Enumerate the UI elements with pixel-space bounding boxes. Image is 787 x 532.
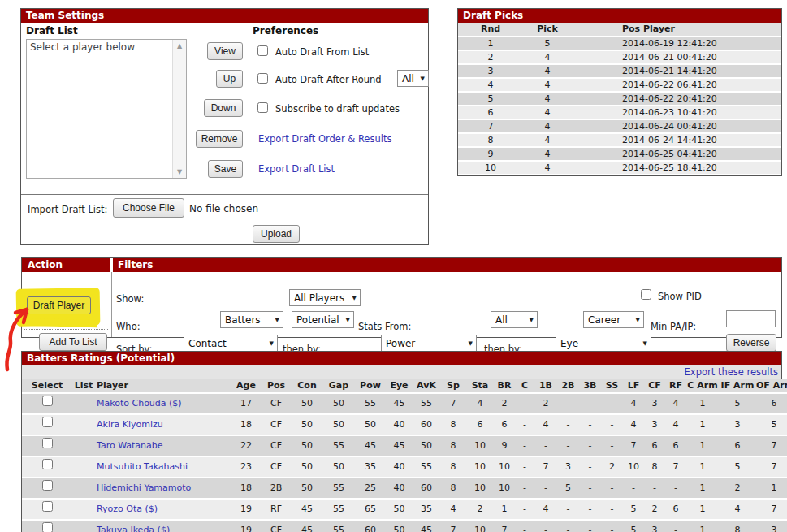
batters-col-header: List <box>72 379 95 393</box>
stat-cell: CF <box>261 520 292 532</box>
auto-draft-from-list-checkbox[interactable] <box>257 45 268 56</box>
upload-button[interactable]: Upload <box>253 225 300 243</box>
save-button[interactable]: Save <box>208 160 243 178</box>
stats-scope-select[interactable]: Career ▼ <box>583 311 644 328</box>
stat-cell: 1 <box>686 499 719 520</box>
select-player-checkbox[interactable] <box>42 459 53 469</box>
stat-cell: - <box>515 393 534 414</box>
draft-picks-table: Rnd Pick Pos Player 152014-06-19 12:41:2… <box>458 23 781 175</box>
batters-col-header: 3B <box>579 379 601 393</box>
stat-cell: 55 <box>355 393 386 414</box>
who-select[interactable]: Batters ▼ <box>220 311 283 328</box>
export-results-link[interactable]: Export these results <box>685 366 778 378</box>
scroll-down-icon[interactable]: ▼ <box>177 168 182 175</box>
draft-list-placeholder: Select a player below <box>27 40 186 54</box>
stat-cell: 45 <box>355 435 386 456</box>
auto-draft-from-list-label: Auto Draft From List <box>275 46 369 58</box>
player-link[interactable]: Hidemichi Yamamoto <box>97 482 191 493</box>
draft-pick-row: 1042014-06-25 18:41:20 <box>458 161 781 175</box>
stat-cell: 17 <box>231 393 261 414</box>
player-link[interactable]: Taro Watanabe <box>97 440 163 451</box>
player-cell: Ryozo Ota ($) <box>95 499 231 520</box>
stat-cell: 23 <box>231 456 261 478</box>
draft-pick-row: 742014-06-24 00:41:20 <box>458 119 781 133</box>
remove-button[interactable]: Remove <box>196 130 243 148</box>
player-link[interactable]: Mutsuhito Takahashi <box>97 461 188 472</box>
rnd-cell: 4 <box>458 78 523 92</box>
choose-file-button[interactable]: Choose File <box>113 198 184 218</box>
sort-by-select[interactable]: Contact ▼ <box>184 335 278 352</box>
show-pid-checkbox[interactable] <box>641 289 651 300</box>
stat-cell: 2 <box>494 393 515 414</box>
stat-cell: 2 <box>466 499 494 520</box>
select-player-checkbox[interactable] <box>42 438 53 448</box>
player-link[interactable]: Makoto Chouda ($) <box>97 398 182 409</box>
down-button[interactable]: Down <box>204 99 243 117</box>
add-to-list-button[interactable]: Add To List <box>39 333 107 351</box>
player-link[interactable]: Takuya Ikeda ($) <box>97 525 170 532</box>
then-by-select-2[interactable]: Eye ▼ <box>556 335 651 352</box>
list-cell <box>72 520 95 532</box>
stats-from-select[interactable]: All ▼ <box>491 311 538 328</box>
reverse-button[interactable]: Reverse <box>726 334 776 352</box>
stat-cell: - <box>579 478 601 499</box>
min-pa-ip-input[interactable] <box>726 310 776 327</box>
pick-cell: 4 <box>523 106 572 119</box>
select-player-checkbox[interactable] <box>42 396 53 406</box>
view-button[interactable]: View <box>207 42 243 60</box>
subscribe-updates-checkbox[interactable] <box>257 102 268 113</box>
stat-cell: - <box>534 435 557 456</box>
pick-cell: 4 <box>523 50 572 64</box>
stat-cell: 3 <box>719 414 756 435</box>
player-link[interactable]: Akira Kiyomizu <box>97 419 163 430</box>
select-cell <box>22 520 72 532</box>
draft-player-button[interactable]: Draft Player <box>27 296 91 314</box>
export-draft-list-link[interactable]: Export Draft List <box>258 163 335 175</box>
batters-col-header: Con <box>292 379 322 393</box>
select-player-checkbox[interactable] <box>42 522 53 532</box>
select-cell <box>22 393 72 414</box>
player-link[interactable]: Ryozo Ota ($) <box>97 504 158 514</box>
batter-row: Mutsuhito Takahashi23CF505035405581010-7… <box>22 456 787 478</box>
scrollbar[interactable]: ▲ ▼ <box>172 40 186 178</box>
list-cell <box>72 499 95 520</box>
select-player-checkbox[interactable] <box>42 480 53 491</box>
stat-cell: 7 <box>623 435 644 456</box>
batters-col-header: SS <box>601 379 623 393</box>
stat-cell: - <box>601 499 623 520</box>
stat-cell: 2 <box>719 478 756 499</box>
then-by-select-1[interactable]: Power ▼ <box>381 335 477 352</box>
rating-type-select[interactable]: Potential ▼ <box>292 311 354 328</box>
batters-ratings-title: Batters Ratings (Potential) <box>22 352 781 365</box>
stat-cell: - <box>515 414 534 435</box>
rnd-cell: 1 <box>458 37 523 50</box>
select-player-checkbox[interactable] <box>42 501 53 512</box>
auto-draft-after-round-checkbox[interactable] <box>257 73 268 84</box>
draft-pick-row: 342014-06-21 14:41:20 <box>458 64 781 78</box>
batters-table: SelectListPlayerAgePosConGapPowEyeAvKSpS… <box>22 379 787 532</box>
stat-cell: 50 <box>322 414 355 435</box>
stat-cell: 60 <box>413 414 440 435</box>
batter-row: Ryozo Ota ($)19RF4555655035421-4---52614… <box>22 499 787 520</box>
rnd-cell: 3 <box>458 64 523 78</box>
stat-cell: 5 <box>719 393 756 414</box>
stat-cell: 10 <box>466 520 494 532</box>
stat-cell: 3 <box>756 520 787 532</box>
export-draft-order-link[interactable]: Export Draft Order & Results <box>258 133 391 145</box>
stat-cell: - <box>579 435 601 456</box>
up-button[interactable]: Up <box>216 70 243 88</box>
pos-player-cell: 2014-06-25 18:41:20 <box>572 161 781 175</box>
stat-cell: 50 <box>292 414 322 435</box>
pick-cell: 5 <box>523 37 572 50</box>
select-player-checkbox[interactable] <box>42 417 53 427</box>
stat-cell: 65 <box>355 499 386 520</box>
scroll-up-icon[interactable]: ▲ <box>177 42 182 50</box>
stat-cell: 2 <box>601 456 623 478</box>
stat-cell: - <box>515 435 534 456</box>
after-round-select[interactable]: All ▼ <box>397 70 429 87</box>
stat-cell: 4 <box>440 499 466 520</box>
stat-cell: 10 <box>494 456 515 478</box>
draft-list-box[interactable]: Select a player below ▲ ▼ <box>26 39 187 179</box>
stat-cell: 2 <box>534 393 557 414</box>
show-select[interactable]: All Players ▼ <box>289 289 361 306</box>
